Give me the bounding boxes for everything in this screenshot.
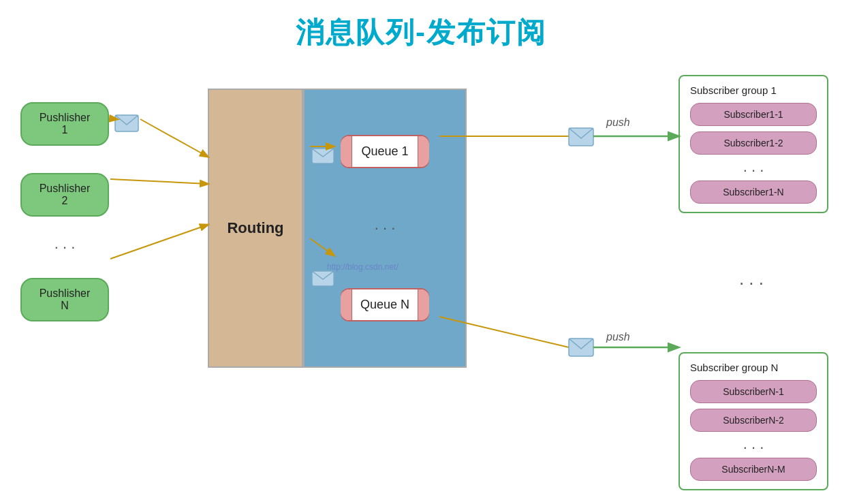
queue-1: Queue 1 [341, 135, 429, 168]
subscriber-1-2: Subscriber1-2 [690, 131, 817, 155]
diagram-area: Pushlisher 1 Pushlisher 2 · · · Pushlish… [0, 61, 842, 497]
publisher-2: Pushlisher 2 [20, 173, 109, 217]
subscriber-n-2: SubscriberN-2 [690, 409, 817, 432]
group-n-dots: · · · [690, 437, 817, 458]
subscriber-1-n: Subscriber1-N [690, 180, 817, 204]
group-1-dots: · · · [690, 160, 817, 180]
subscriber-n-1: SubscriberN-1 [690, 380, 817, 403]
subscriber-n-m: SubscriberN-M [690, 458, 817, 481]
publisher-n: Pushlisher N [20, 278, 109, 321]
subscriber-group-1: Subscriber group 1 Subscriber1-1 Subscri… [679, 75, 828, 213]
queues-dots: · · · [375, 218, 396, 238]
queue-n: Queue N [341, 288, 429, 321]
routing-label: Routing [227, 219, 283, 237]
routing-left-panel: Routing [208, 89, 303, 368]
routing-envelope-1 [311, 148, 334, 167]
routing-envelope-2 [311, 270, 334, 289]
group-n-title: Subscriber group N [690, 362, 817, 373]
publisher-dots: · · · [20, 237, 109, 257]
subscriber-group-n: Subscriber group N SubscriberN-1 Subscri… [679, 352, 828, 490]
group-1-title: Subscriber group 1 [690, 84, 817, 96]
subscriber-1-1: Subscriber1-1 [690, 103, 817, 126]
publisher-group: Pushlisher 1 Pushlisher 2 · · · Pushlish… [20, 102, 109, 321]
envelope-1 [114, 114, 139, 135]
groups-dots: · · · [739, 272, 764, 294]
page-title: 消息队列-发布订阅 [0, 0, 842, 52]
publisher-1: Pushlisher 1 [20, 102, 109, 146]
routing-right-panel: Queue 1 · · · Queue N [303, 89, 467, 368]
routing-container: Routing Queue 1 · · · Queue N [208, 89, 467, 368]
